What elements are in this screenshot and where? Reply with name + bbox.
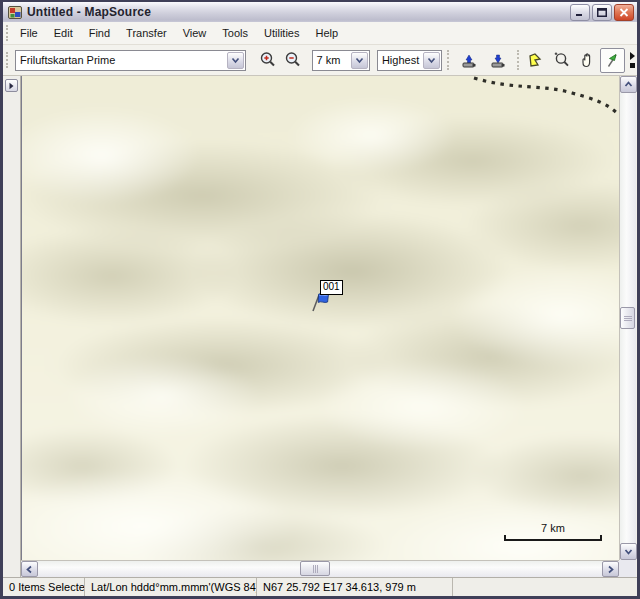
scale-bar-line bbox=[504, 535, 602, 541]
product-combo-value: Friluftskartan Prime bbox=[16, 51, 226, 70]
thumb-grip bbox=[301, 562, 329, 575]
waypoint-tool-button[interactable] bbox=[600, 48, 625, 73]
close-icon bbox=[619, 8, 629, 17]
minimize-button[interactable] bbox=[570, 4, 590, 21]
horizontal-scroll-thumb[interactable] bbox=[300, 561, 330, 576]
window-title: Untitled - MapSource bbox=[27, 5, 568, 19]
scrollbar-corner bbox=[619, 560, 636, 577]
chevron-down-icon[interactable] bbox=[351, 52, 368, 69]
hand-icon bbox=[578, 51, 596, 69]
map-scale-combo-value: 7 km bbox=[313, 51, 350, 70]
zoom-tool-button[interactable] bbox=[550, 48, 575, 73]
scroll-up-button[interactable] bbox=[620, 76, 637, 93]
scroll-down-button[interactable] bbox=[620, 543, 637, 560]
chevron-down-icon[interactable] bbox=[227, 52, 244, 69]
receive-from-device-button[interactable] bbox=[483, 48, 512, 73]
chevron-left-icon bbox=[26, 565, 33, 574]
menu-bar: File Edit Find Transfer View Tools Utili… bbox=[3, 22, 637, 45]
waypoint-label: 001 bbox=[320, 280, 343, 295]
mapsource-window: Untitled - MapSource File Edit Find Tran… bbox=[0, 0, 640, 599]
vertical-scroll-track[interactable] bbox=[620, 93, 636, 543]
zoom-out-button[interactable] bbox=[280, 48, 305, 73]
overflow-arrow-icon bbox=[630, 52, 635, 60]
waypoint-tool-flag-icon bbox=[604, 51, 622, 69]
selection-tool-icon bbox=[527, 51, 546, 70]
toolbar-separator bbox=[447, 50, 449, 70]
chevron-right-icon bbox=[607, 565, 614, 574]
menu-item-view[interactable]: View bbox=[175, 24, 215, 42]
overflow-mark-icon bbox=[630, 63, 635, 68]
product-combo[interactable]: Friluftskartan Prime bbox=[15, 50, 246, 71]
app-icon bbox=[8, 5, 23, 20]
workspace: 001 7 km bbox=[3, 76, 637, 560]
chevron-right-icon bbox=[8, 82, 15, 90]
toolbar-grip[interactable] bbox=[6, 52, 9, 68]
chevron-down-icon bbox=[624, 548, 633, 555]
chevron-up-icon bbox=[624, 81, 633, 88]
menu-item-edit[interactable]: Edit bbox=[46, 24, 81, 42]
panel-expand-button[interactable] bbox=[5, 79, 18, 92]
vertical-scroll-thumb[interactable] bbox=[620, 307, 635, 329]
selection-tool-button[interactable] bbox=[524, 48, 549, 73]
map-scale-combo[interactable]: 7 km bbox=[312, 50, 370, 71]
detail-level-combo[interactable]: Highest bbox=[377, 50, 442, 71]
waypoint-001[interactable]: 001 bbox=[310, 286, 346, 312]
scale-bar-label: 7 km bbox=[504, 522, 602, 534]
zoom-in-icon bbox=[259, 51, 277, 69]
menu-item-file[interactable]: File bbox=[12, 24, 46, 42]
zoom-in-button[interactable] bbox=[255, 48, 280, 73]
send-to-device-icon bbox=[459, 52, 479, 69]
toolbar-overflow-button[interactable] bbox=[627, 52, 637, 68]
toolbar-separator bbox=[517, 50, 519, 70]
receive-from-device-icon bbox=[488, 52, 508, 69]
toolbar: Friluftskartan Prime 7 km bbox=[3, 45, 637, 76]
status-items-selected: 0 Items Selected bbox=[3, 578, 85, 596]
scroll-left-button[interactable] bbox=[21, 561, 38, 577]
menu-item-transfer[interactable]: Transfer bbox=[118, 24, 175, 42]
left-strip-footer bbox=[3, 560, 21, 577]
menu-item-tools[interactable]: Tools bbox=[214, 24, 256, 42]
status-bar: 0 Items Selected Lat/Lon hddd°mm.mmm'(WG… bbox=[3, 577, 637, 596]
title-bar: Untitled - MapSource bbox=[3, 2, 637, 22]
map-canvas[interactable]: 001 7 km bbox=[21, 76, 619, 560]
zoom-out-icon bbox=[284, 51, 302, 69]
status-coordinates: N67 25.792 E17 34.613, 979 m bbox=[257, 578, 453, 596]
minimize-icon bbox=[575, 8, 585, 17]
chevron-down-icon[interactable] bbox=[423, 52, 440, 69]
menu-item-find[interactable]: Find bbox=[81, 24, 118, 42]
scale-bar: 7 km bbox=[504, 522, 602, 541]
send-to-device-button[interactable] bbox=[454, 48, 483, 73]
terrain-hillshade bbox=[21, 76, 619, 560]
scroll-right-button[interactable] bbox=[602, 561, 619, 577]
vertical-scrollbar[interactable] bbox=[619, 76, 636, 560]
menu-item-utilities[interactable]: Utilities bbox=[256, 24, 307, 42]
menu-item-help[interactable]: Help bbox=[307, 24, 346, 42]
status-position-format: Lat/Lon hddd°mm.mmm'(WGS 84) bbox=[85, 578, 257, 596]
horizontal-scroll-track[interactable] bbox=[38, 561, 602, 577]
detail-level-combo-value: Highest bbox=[378, 51, 422, 70]
left-panel-strip bbox=[3, 76, 21, 560]
status-filler bbox=[453, 578, 637, 596]
thumb-grip bbox=[621, 308, 634, 328]
horizontal-scrollbar[interactable] bbox=[21, 560, 619, 577]
horizontal-scrollbar-row bbox=[3, 560, 637, 577]
zoom-tool-icon bbox=[553, 51, 571, 69]
close-button[interactable] bbox=[614, 4, 634, 21]
maximize-icon bbox=[597, 8, 607, 17]
menu-grip[interactable] bbox=[6, 25, 9, 41]
pan-tool-button[interactable] bbox=[575, 48, 600, 73]
maximize-button[interactable] bbox=[592, 4, 612, 21]
